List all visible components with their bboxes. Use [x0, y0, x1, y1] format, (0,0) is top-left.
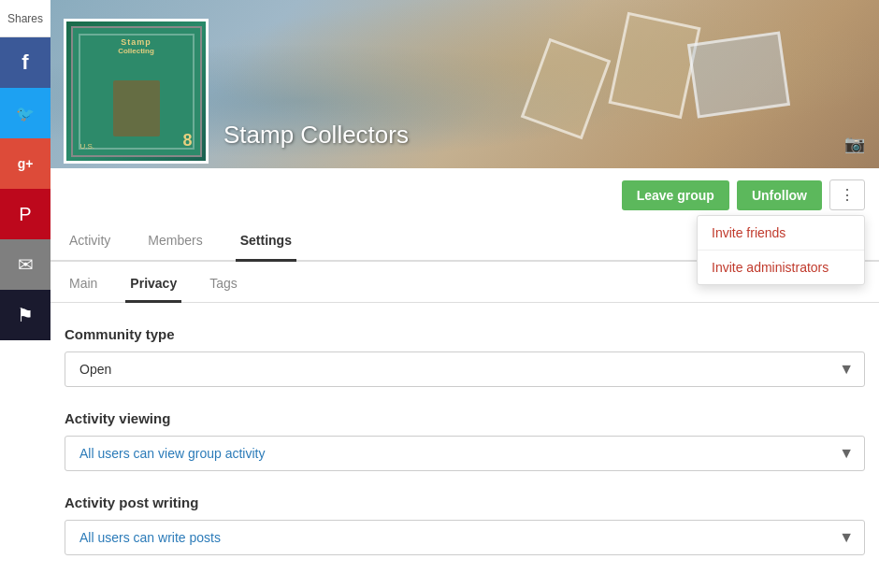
- twitter-share-button[interactable]: 🐦: [0, 88, 50, 138]
- pinterest-icon: P: [19, 204, 31, 225]
- bookmark-share-button[interactable]: ⚑: [0, 290, 50, 340]
- group-name: Stamp Collectors: [223, 121, 409, 150]
- googleplus-icon: g+: [18, 156, 34, 171]
- avatar-inner: Stamp Collecting 8 U.S.: [66, 22, 206, 161]
- activity-post-writing-label: Activity post writing: [65, 495, 865, 510]
- email-share-button[interactable]: ✉: [0, 239, 50, 290]
- shares-label: Shares: [0, 0, 50, 37]
- pinterest-share-button[interactable]: P: [0, 189, 50, 239]
- tab-members[interactable]: Members: [143, 222, 207, 262]
- invite-administrators-item[interactable]: Invite administrators: [698, 250, 864, 284]
- activity-viewing-wrapper: All users can view group activity Member…: [65, 436, 865, 471]
- stamp-decoration-2: [687, 31, 790, 118]
- stamp-image: Stamp Collecting 8 U.S.: [71, 26, 202, 157]
- activity-viewing-label: Activity viewing: [65, 410, 865, 426]
- googleplus-share-button[interactable]: g+: [0, 138, 50, 189]
- leave-group-button[interactable]: Leave group: [622, 180, 729, 210]
- more-options-button[interactable]: ⋮: [829, 179, 865, 210]
- subtab-privacy[interactable]: Privacy: [125, 266, 181, 303]
- community-type-label: Community type: [65, 326, 865, 342]
- tab-activity[interactable]: Activity: [65, 222, 115, 262]
- subtab-main[interactable]: Main: [65, 266, 102, 303]
- social-sidebar: Shares f 🐦 g+ P ✉ ⚑: [0, 0, 50, 588]
- subtab-tags[interactable]: Tags: [205, 266, 242, 303]
- activity-post-writing-select[interactable]: All users can write posts Members only A…: [65, 520, 865, 555]
- activity-post-writing-wrapper: All users can write posts Members only A…: [65, 520, 865, 555]
- bookmark-icon: ⚑: [17, 304, 34, 326]
- community-type-wrapper: Open Private Hidden ▼: [65, 351, 865, 387]
- activity-viewing-select[interactable]: All users can view group activity Member…: [65, 436, 865, 471]
- invite-friends-item[interactable]: Invite friends: [698, 216, 864, 250]
- dropdown-menu: Invite friends Invite administrators: [697, 215, 865, 285]
- twitter-icon: 🐦: [16, 105, 35, 122]
- actions-bar: Leave group Unfollow ⋮ Invite friends In…: [50, 168, 879, 222]
- community-type-select[interactable]: Open Private Hidden: [65, 351, 865, 387]
- cover-photo: Stamp Collecting 8 U.S. Stamp Collectors…: [50, 0, 879, 168]
- tab-settings[interactable]: Settings: [236, 222, 296, 262]
- stamp-value: 8: [182, 131, 192, 151]
- unfollow-button[interactable]: Unfollow: [737, 180, 822, 210]
- stamp-text: Stamp Collecting: [82, 37, 191, 55]
- stamp-face: [113, 80, 160, 136]
- group-avatar: Stamp Collecting 8 U.S.: [64, 19, 209, 164]
- settings-content: Community type Open Private Hidden ▼ Act…: [50, 303, 879, 588]
- facebook-icon: f: [22, 50, 28, 75]
- main-content: Stamp Collecting 8 U.S. Stamp Collectors…: [50, 0, 879, 588]
- facebook-share-button[interactable]: f: [0, 37, 50, 88]
- camera-icon[interactable]: 📷: [844, 134, 865, 154]
- email-icon: ✉: [18, 253, 34, 276]
- stamp-unit: U.S.: [80, 142, 95, 151]
